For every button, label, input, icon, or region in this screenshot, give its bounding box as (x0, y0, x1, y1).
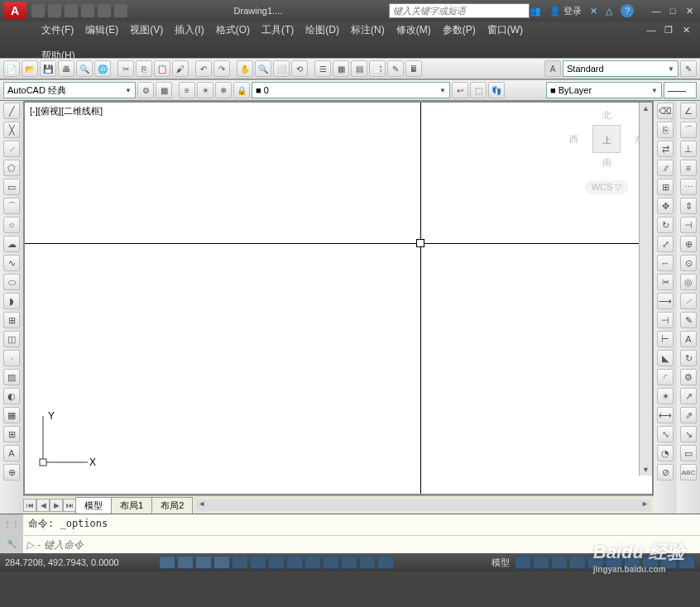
redo-icon[interactable]: ↷ (213, 60, 230, 77)
menu-parametric[interactable]: 参数(P) (443, 23, 476, 37)
layer-iso-icon[interactable]: ⬚ (470, 82, 487, 98)
hatch-icon[interactable]: ▨ (3, 369, 20, 385)
mtext-icon[interactable]: A (3, 445, 20, 461)
search-icon[interactable]: 👥 (530, 6, 541, 17)
ellipse-icon[interactable]: ⬭ (3, 274, 20, 290)
drawing-canvas[interactable]: [-][俯视][二维线框] 北 西 上 东 南 WCS ▽ (23, 101, 654, 495)
dim-radius-icon[interactable]: ◔ (657, 445, 674, 461)
viewcube-north[interactable]: 北 (569, 109, 644, 122)
menu-help[interactable]: 帮助(H) (41, 49, 667, 63)
menu-tools[interactable]: 工具(T) (261, 23, 294, 37)
paste-icon[interactable]: 📋 (154, 60, 170, 77)
qat-saveas-icon[interactable] (81, 4, 94, 17)
point-icon[interactable]: ∙ (3, 350, 20, 366)
explode-icon[interactable]: ✴ (657, 388, 674, 404)
workspace-save-icon[interactable]: ▦ (156, 82, 172, 98)
signin-link[interactable]: 👤 登录 (549, 5, 582, 17)
addselect-icon[interactable]: ⊕ (3, 464, 20, 480)
qat-more-icon[interactable] (114, 4, 127, 17)
color-combo[interactable]: ■ ByLayer▼ (546, 82, 662, 98)
lwt-toggle[interactable] (323, 556, 339, 569)
region-icon[interactable]: ▦ (3, 407, 20, 423)
workspace-settings-icon[interactable]: ⚙ (137, 82, 154, 98)
dim-diameter-icon[interactable]: ⊘ (657, 464, 674, 480)
revcloud-icon[interactable]: ☁ (3, 236, 20, 252)
maximize-button[interactable]: □ (665, 5, 680, 17)
move-icon[interactable]: ✥ (657, 198, 674, 214)
quickview-layouts-icon[interactable] (515, 556, 531, 569)
tab-prev-icon[interactable]: ◀ (36, 499, 50, 512)
qat-open-icon[interactable] (48, 4, 61, 17)
abc-icon[interactable]: ABC (680, 464, 697, 480)
dimstyle-icon[interactable]: ⚙ (680, 369, 697, 385)
app-logo[interactable]: A (3, 2, 26, 20)
layer-combo[interactable]: ■ 0▼ (252, 82, 450, 98)
minimize-button[interactable]: — (649, 5, 664, 17)
save-icon[interactable]: 💾 (40, 60, 56, 77)
zoom-window-icon[interactable]: ⬜ (273, 60, 290, 77)
tab-model[interactable]: 模型 (75, 497, 112, 514)
grid-toggle[interactable] (177, 556, 194, 569)
dim-angular-icon[interactable]: ∠ (680, 103, 697, 119)
osnap-toggle[interactable] (232, 556, 248, 569)
table-icon[interactable]: ⊞ (3, 426, 20, 442)
exchange-icon[interactable]: ✕ (590, 6, 597, 17)
tab-layout2[interactable]: 布局2 (151, 497, 193, 514)
xline-icon[interactable]: ╳ (3, 122, 20, 138)
polar-toggle[interactable] (213, 556, 230, 569)
qleader-icon[interactable]: ↘ (680, 426, 697, 442)
tpy-toggle[interactable] (341, 556, 357, 569)
designcenter-icon[interactable]: ▦ (333, 60, 349, 77)
tab-next-icon[interactable]: ▶ (50, 499, 63, 512)
dimtedit-icon[interactable]: A (680, 331, 697, 347)
cut-icon[interactable]: ✂ (117, 60, 134, 77)
dim-linear-icon[interactable]: ⟷ (657, 407, 674, 423)
layer-manager-icon[interactable]: ≡ (179, 82, 195, 98)
erase-icon[interactable]: ⌫ (657, 103, 674, 119)
qat-new-icon[interactable] (31, 4, 45, 17)
array-icon[interactable]: ⊞ (657, 179, 674, 195)
menu-modify[interactable]: 修改(M) (396, 23, 431, 37)
layer-states-icon[interactable]: ☀ (197, 82, 213, 98)
help-search-input[interactable] (389, 3, 530, 18)
fillet-icon[interactable]: ◜ (657, 369, 674, 385)
polygon-icon[interactable]: ⬠ (3, 160, 20, 176)
match-icon[interactable]: 🖌 (172, 60, 189, 77)
offset-icon[interactable]: ⫽ (657, 160, 674, 176)
rectangle-icon[interactable]: ▭ (3, 179, 20, 195)
doc-restore-button[interactable]: ❐ (661, 24, 676, 36)
scale-icon[interactable]: ⤢ (657, 236, 674, 252)
model-space-button[interactable]: 模型 (491, 557, 510, 569)
tab-last-icon[interactable]: ⏭ (63, 499, 76, 512)
dim-arc-icon[interactable]: ⌒ (680, 122, 697, 138)
textstyle-manage-icon[interactable]: ✎ (680, 60, 697, 77)
doc-minimize-button[interactable]: — (644, 24, 659, 36)
spline-icon[interactable]: ∿ (3, 255, 20, 271)
otrack-toggle[interactable] (268, 556, 285, 569)
cloud-icon[interactable]: △ (606, 6, 612, 17)
extend-icon[interactable]: ⟶ (657, 293, 674, 309)
annoscale-icon[interactable] (551, 556, 568, 569)
layer-walk-icon[interactable]: 👣 (488, 82, 505, 98)
qat-print-icon[interactable] (98, 4, 111, 17)
undo-icon[interactable]: ↶ (195, 60, 212, 77)
mirror-icon[interactable]: ⇄ (657, 141, 674, 157)
dim-break-icon[interactable]: ⊣ (680, 217, 697, 233)
chamfer-icon[interactable]: ◣ (657, 350, 674, 366)
doc-close-button[interactable]: ✕ (678, 24, 693, 36)
dimupdate-icon[interactable]: ↻ (680, 350, 697, 366)
toolpalette-icon[interactable]: ▤ (351, 60, 367, 77)
zoom-prev-icon[interactable]: ⟲ (291, 60, 308, 77)
snap-toggle[interactable] (159, 556, 175, 569)
line-icon[interactable]: ╱ (3, 103, 20, 119)
centermark-icon[interactable]: ⊙ (680, 255, 697, 271)
menu-window[interactable]: 窗口(W) (487, 23, 523, 37)
menu-draw[interactable]: 绘图(D) (305, 23, 339, 37)
break-icon[interactable]: ⊣ (657, 312, 674, 328)
inspect-icon[interactable]: ◎ (680, 274, 697, 290)
sheetset-icon[interactable]: 📑 (369, 60, 386, 77)
dim-ordinate-icon[interactable]: ⊥ (680, 141, 697, 157)
quickview-drawings-icon[interactable] (533, 556, 549, 569)
open-icon[interactable]: 📂 (22, 60, 38, 77)
dim-space-icon[interactable]: ⇕ (680, 198, 697, 214)
